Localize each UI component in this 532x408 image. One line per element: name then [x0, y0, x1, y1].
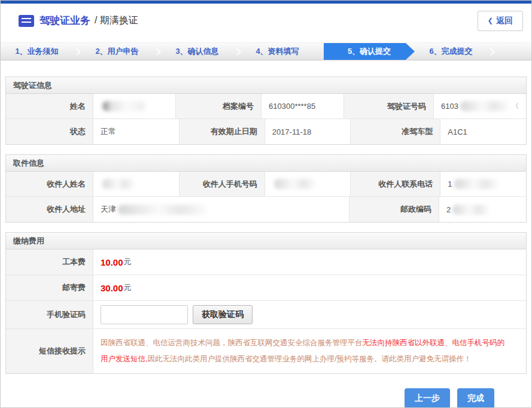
production-fee-value: 10.00 元: [93, 249, 526, 275]
file-number-value: 610300****85: [261, 94, 343, 118]
table-row: 工本费 10.00 元: [6, 249, 526, 275]
vehicle-class-value: A1C1: [440, 119, 526, 144]
expiry-value: 2017-11-18: [265, 119, 351, 144]
name-label: 姓名: [6, 94, 93, 118]
redacted-license-number: [460, 101, 509, 111]
fees-section-title: 缴纳费用: [6, 233, 526, 249]
main-content: 驾驶证信息 姓名 档案编号 610300****85 驾驶证号码 6103 〈 …: [1, 77, 531, 408]
table-row: 状态 正常 有效期止日期 2017-11-18 准驾车型 A1C1: [6, 119, 526, 144]
phone-prefix: 1: [448, 179, 452, 188]
license-info-section: 驾驶证信息 姓名 档案编号 610300****85 驾驶证号码 6103 〈 …: [5, 77, 527, 145]
name-value: [93, 94, 175, 118]
notice-part-3: 因此无法向此类用户提供陕西省交通管理业务的网上办理/预约等服务。请此类用户避免无…: [147, 355, 471, 363]
license-number-label: 驾驶证号码: [343, 94, 433, 118]
license-list-icon: [19, 15, 34, 27]
file-number-label: 档案编号: [175, 94, 261, 118]
back-button-label: 返回: [496, 16, 513, 26]
recipient-phone-value: 1: [440, 172, 526, 196]
chevron-right-icon: [153, 48, 161, 56]
vehicle-class-label: 准驾车型: [350, 119, 440, 144]
yuan-unit: 元: [124, 282, 132, 293]
pickup-info-section: 取件信息 收件人姓名 收件人手机号码 收件人联系电话 1 收件人地址 天津 邮政…: [5, 154, 527, 223]
chevron-right-icon: [73, 48, 81, 56]
breadcrumb-current: / 期满换证: [95, 14, 138, 27]
table-row: 收件人地址 天津 邮政编码 2: [6, 197, 526, 222]
address-prefix: 天津: [101, 204, 116, 215]
sms-notice-label: 短信接收提示: [6, 329, 93, 373]
table-row: 收件人姓名 收件人手机号码 收件人联系电话 1: [6, 172, 526, 197]
postal-code-value: 2: [439, 197, 526, 222]
table-row: 短信接收提示 因陕西省联通、电信运营商技术问题，陕西省互联网交通安全综合服务管理…: [6, 329, 526, 373]
recipient-mobile-value: [265, 172, 351, 196]
step-1-business-notice[interactable]: 1、业务须知: [1, 43, 73, 60]
step-5-confirm-submit-active[interactable]: 5、确认提交: [324, 43, 415, 60]
postage-fee-label: 邮寄费: [6, 275, 93, 300]
chevron-right-icon: [487, 48, 495, 56]
sms-notice-text: 因陕西省联通、电信运营商技术问题，陕西省互联网交通安全综合服务管理平台无法向持陕…: [101, 331, 519, 371]
license-number-value: 6103 〈: [433, 94, 526, 118]
previous-step-button[interactable]: 上一步: [405, 388, 450, 408]
recipient-mobile-label: 收件人手机号码: [179, 172, 265, 196]
postal-prefix: 2: [446, 205, 451, 214]
recipient-name-label: 收件人姓名: [6, 172, 93, 196]
pickup-section-title: 取件信息: [6, 155, 526, 172]
redacted-postal-code: [452, 205, 490, 215]
page: 驾驶证业务 / 期满换证 ❮ 返回 1、业务须知 2、用户申告 3、确认信息 4…: [0, 0, 532, 408]
yuan-unit: 元: [124, 257, 132, 267]
notice-part-1: 因陕西省联通、电信运营商技术问题，陕西省互联网交通安全综合服务管理平台: [101, 339, 363, 347]
status-value: 正常: [93, 119, 179, 144]
postage-fee-value: 30.00 元: [93, 275, 526, 300]
redacted-phone: [454, 179, 498, 189]
step-6-complete-submit[interactable]: 6、完成提交: [415, 43, 487, 60]
footer-actions: 上一步 完成: [5, 374, 527, 408]
license-number-tail: 〈: [512, 101, 519, 111]
finish-button[interactable]: 完成: [457, 388, 494, 408]
license-number-prefix: 6103: [441, 102, 458, 111]
table-row: 邮寄费 30.00 元: [6, 275, 526, 301]
page-title: 驾驶证业务: [39, 14, 90, 28]
table-row: 姓名 档案编号 610300****85 驾驶证号码 6103 〈: [6, 94, 526, 119]
step-bar: 1、业务须知 2、用户申告 3、确认信息 4、资料填写 5、确认提交 6、完成提…: [1, 42, 531, 60]
chevron-right-icon: [233, 48, 241, 56]
chevron-left-icon: ❮: [488, 17, 493, 24]
address-label: 收件人地址: [6, 197, 93, 222]
header: 驾驶证业务 / 期满换证 ❮ 返回: [1, 4, 531, 38]
sms-notice-value: 因陕西省联通、电信运营商技术问题，陕西省互联网交通安全综合服务管理平台无法向持陕…: [93, 329, 526, 373]
redacted-recipient-name: [102, 179, 135, 189]
address-value: 天津: [93, 197, 349, 222]
step-2-user-declaration[interactable]: 2、用户申告: [81, 43, 153, 60]
redacted-name: [102, 101, 145, 111]
sms-code-input[interactable]: [101, 305, 188, 324]
postal-code-label: 邮政编码: [349, 197, 439, 222]
sms-code-label: 手机验证码: [6, 301, 93, 328]
recipient-phone-label: 收件人联系电话: [350, 172, 440, 196]
redacted-mobile: [274, 179, 316, 189]
production-fee-amount: 10.00: [101, 257, 123, 267]
license-section-title: 驾驶证信息: [6, 77, 526, 94]
get-code-button[interactable]: 获取验证码: [193, 305, 253, 324]
step-3-confirm-info[interactable]: 3、确认信息: [161, 43, 233, 60]
expiry-label: 有效期止日期: [179, 119, 265, 144]
recipient-name-value: [93, 172, 179, 196]
table-row: 手机验证码 获取验证码: [6, 301, 526, 329]
sms-code-cell: 获取验证码: [93, 301, 526, 328]
back-button[interactable]: ❮ 返回: [478, 11, 523, 31]
fees-section: 缴纳费用 工本费 10.00 元 邮寄费 30.00 元 手机验证码: [5, 232, 527, 374]
production-fee-label: 工本费: [6, 249, 93, 275]
step-4-fill-materials[interactable]: 4、资料填写: [241, 43, 314, 60]
status-label: 状态: [6, 119, 93, 144]
redacted-address: [118, 205, 208, 215]
postage-fee-amount: 30.00: [101, 283, 123, 293]
